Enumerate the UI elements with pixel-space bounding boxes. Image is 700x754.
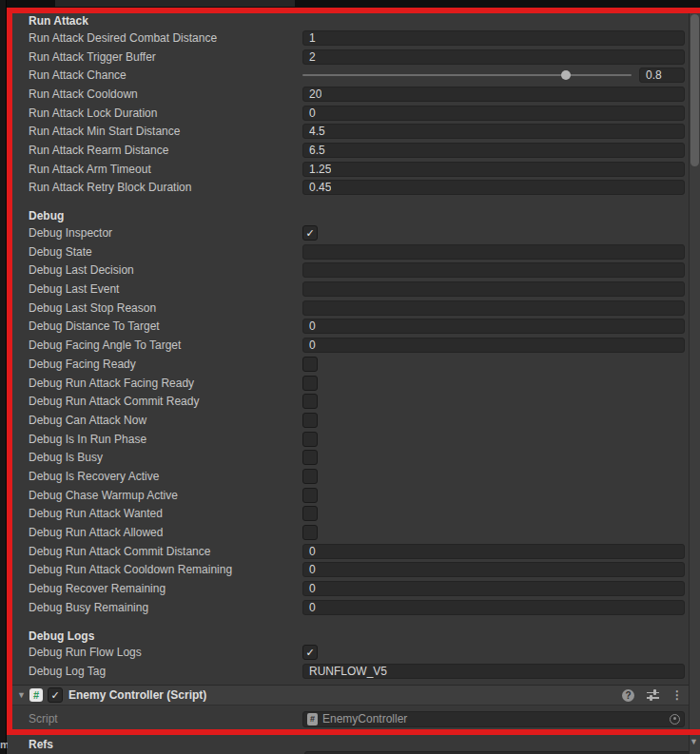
property-row: Debug Is In Run Phase✓ (29, 430, 685, 449)
slider-handle[interactable] (561, 70, 571, 80)
slider-track[interactable] (302, 74, 632, 76)
slider-value-field[interactable]: 0.8 (639, 68, 685, 83)
text-field[interactable]: 0.45 (302, 180, 685, 195)
text-field[interactable]: 0 (302, 319, 685, 334)
checkbox[interactable]: ✓ (302, 432, 318, 447)
text-field[interactable]: 0 (302, 544, 685, 559)
text-field[interactable]: 0 (302, 106, 685, 121)
property-row: Debug State (29, 242, 685, 261)
property-label: Run Attack Rearm Distance (29, 144, 302, 157)
script-object-field[interactable]: # EnemyController (302, 711, 685, 727)
property-label: Run Attack Retry Block Duration (29, 181, 302, 194)
text-field[interactable]: 0 (302, 338, 685, 353)
property-label: Debug Distance To Target (29, 319, 302, 333)
property-label: Debug Run Attack Commit Distance (29, 545, 302, 558)
property-label: Debug Last Decision (29, 263, 302, 277)
checkbox[interactable]: ✓ (302, 394, 318, 409)
property-row: Debug Run Attack Allowed✓ (29, 523, 685, 542)
property-row: Debug Chase Warmup Active✓ (29, 486, 685, 505)
text-field[interactable] (302, 281, 685, 297)
checkbox[interactable]: ✓ (302, 506, 318, 521)
field-value: 20 (309, 87, 321, 101)
property-row: Debug Run Attack Cooldown Remaining0 (29, 561, 685, 580)
property-label: Debug Run Attack Cooldown Remaining (29, 563, 302, 576)
property-label: Debug Last Stop Reason (29, 301, 302, 315)
property-row: Debug Run Attack Facing Ready✓ (29, 374, 685, 393)
property-row: Debug Facing Ready✓ (29, 355, 685, 374)
field-value: 0 (309, 106, 316, 120)
text-field[interactable]: 0 (302, 581, 685, 596)
checkbox[interactable]: ✓ (302, 469, 318, 484)
property-row: Debug Log TagRUNFLOW_V5 (29, 662, 685, 681)
text-field[interactable]: 1 (302, 30, 685, 46)
property-label: Debug Log Tag (29, 665, 302, 678)
property-row: Debug Can Attack Now✓ (29, 411, 685, 430)
property-label: Debug Run Attack Facing Ready (29, 377, 302, 390)
check-icon: ✓ (305, 228, 314, 239)
property-row: Debug Is Busy✓ (29, 448, 685, 467)
scroll-down-arrow-icon[interactable]: ▼ (689, 737, 699, 746)
text-field[interactable] (302, 300, 685, 316)
csharp-script-icon: # (29, 688, 43, 702)
text-field[interactable]: RUNFLOW_V5 (302, 664, 685, 679)
field-value: 6.5 (309, 144, 325, 157)
check-icon: ✓ (50, 690, 59, 701)
property-label: Debug Can Attack Now (29, 414, 302, 427)
checkbox[interactable]: ✓ (302, 525, 318, 540)
property-label: Debug Is In Run Phase (29, 433, 302, 446)
property-row: Debug Run Attack Commit Ready✓ (29, 392, 685, 411)
field-value: 0.45 (309, 181, 331, 194)
checkbox[interactable]: ✓ (302, 357, 318, 372)
property-label: Debug Facing Angle To Target (29, 338, 302, 352)
property-row: Debug Run Attack Commit Distance0 (29, 542, 685, 561)
help-icon[interactable]: ? (622, 689, 634, 702)
checkbox[interactable]: ✓ (302, 413, 318, 428)
highlight-frame-top (7, 8, 700, 13)
scrollbar-thumb[interactable] (690, 14, 699, 166)
property-row: Run Attack Chance0.8 (29, 66, 685, 85)
component-enabled-checkbox[interactable]: ✓ (48, 687, 63, 703)
component-header-enemy-controller[interactable]: ▼ # ✓ Enemy Controller (Script) ? ⋮ (12, 685, 689, 706)
highlight-frame-bottom (7, 729, 700, 735)
property-row: Run Attack Min Start Distance4.5 (29, 122, 685, 141)
text-field[interactable] (302, 244, 685, 260)
property-row: Debug Run Flow Logs✓ (29, 644, 685, 663)
property-label: Debug Run Attack Allowed (29, 526, 302, 539)
property-row: Run Attack Arm Timeout1.25 (29, 160, 685, 179)
property-label: Run Attack Arm Timeout (29, 163, 302, 176)
property-row: Debug Recover Remaining0 (29, 579, 685, 598)
checkbox[interactable]: ✓ (302, 488, 318, 503)
checkbox[interactable]: ✓ (302, 376, 318, 391)
field-value: 4.5 (309, 125, 325, 138)
checkbox[interactable]: ✓ (302, 450, 318, 465)
presets-icon[interactable] (647, 689, 659, 701)
property-label: Run Attack Lock Duration (29, 106, 302, 120)
check-icon: ✓ (305, 648, 314, 658)
field-value: 2 (309, 50, 316, 64)
checkbox[interactable]: ✓ (302, 645, 318, 660)
property-label: Debug Last Event (29, 282, 302, 296)
property-label: Debug Facing Ready (29, 358, 302, 371)
text-field[interactable]: 20 (302, 87, 685, 102)
property-label: Debug Run Attack Wanted (29, 507, 302, 520)
property-label: Debug Is Recovery Active (29, 470, 302, 483)
property-row: Run Attack Cooldown20 (29, 85, 685, 104)
checkbox[interactable]: ✓ (302, 225, 318, 241)
property-row: Debug Inspector✓ (29, 223, 685, 242)
more-options-icon[interactable]: ⋮ (671, 688, 683, 702)
foldout-arrow-icon[interactable]: ▼ (17, 690, 29, 700)
script-object-name: EnemyController (322, 712, 670, 725)
slider[interactable]: 0.8 (302, 68, 685, 83)
text-field[interactable]: 6.5 (302, 143, 685, 158)
text-field[interactable]: 4.5 (302, 124, 685, 139)
field-value: 0 (309, 545, 316, 558)
text-field[interactable]: 0 (302, 600, 685, 615)
text-field[interactable]: 2 (302, 49, 685, 65)
scrollbar[interactable] (689, 8, 700, 754)
object-picker-icon[interactable] (670, 714, 680, 725)
field-value: RUNFLOW_V5 (309, 665, 387, 678)
property-label: Debug State (29, 245, 302, 259)
text-field[interactable]: 0 (302, 562, 685, 577)
text-field[interactable]: 1.25 (302, 162, 685, 177)
text-field[interactable] (302, 262, 685, 278)
